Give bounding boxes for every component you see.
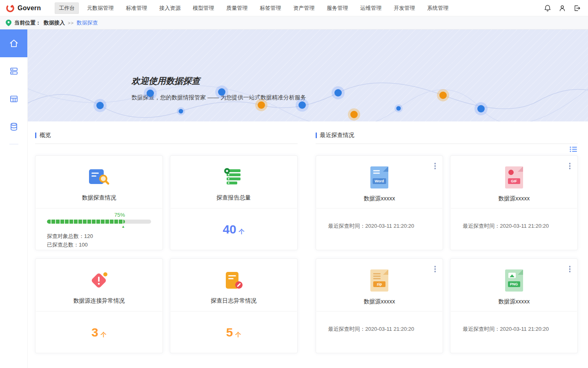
- card-probe-status[interactable]: 数据探查情况 75% ▲ 探查对象总数：120: [35, 155, 163, 250]
- nav-item-asset[interactable]: 资产管理: [289, 2, 318, 14]
- card-divider: [451, 208, 577, 209]
- sidebar: [0, 29, 28, 368]
- progress-percent-label: 75%: [47, 212, 125, 218]
- word-file-icon: Word: [370, 166, 388, 188]
- log-error-icon: [223, 271, 244, 290]
- nav-item-access-resource[interactable]: 接入资源: [155, 2, 185, 14]
- connection-error-value: 3: [91, 325, 98, 339]
- nav-item-metadata[interactable]: 元数据管理: [83, 2, 118, 14]
- bell-icon[interactable]: [544, 4, 551, 12]
- breadcrumb: 当前位置： 数据接入 >> 数据探查: [0, 16, 588, 29]
- logo-icon: [6, 4, 15, 13]
- sidebar-item-database[interactable]: [0, 113, 27, 141]
- nav-item-dev[interactable]: 开发管理: [390, 2, 419, 14]
- user-icon[interactable]: [559, 4, 566, 12]
- nav-item-tag[interactable]: 标签管理: [256, 2, 285, 14]
- png-file-icon: PNG: [505, 269, 523, 292]
- stat-probed-total: 已探查总数：100: [47, 240, 151, 249]
- main-menu: 工作台 元数据管理 标准管理 接入资源 模型管理 质量管理 标签管理 资产管理 …: [55, 2, 452, 14]
- overview-section-title: 概览: [40, 132, 51, 139]
- nav-item-service[interactable]: 服务管理: [323, 2, 352, 14]
- app-logo[interactable]: Govern: [6, 4, 41, 13]
- hero-banner: 欢迎使用数据探查 数据探查，您的数据情报管家 —— 为您提供一站式数据精准分析服…: [28, 29, 588, 121]
- nav-item-standard[interactable]: 标准管理: [122, 2, 151, 14]
- stat-total-objects: 探查对象总数：120: [47, 232, 151, 240]
- top-navigation: Govern 工作台 元数据管理 标准管理 接入资源 模型管理 质量管理 标签管…: [0, 0, 588, 16]
- nav-item-ops[interactable]: 运维管理: [356, 2, 385, 14]
- logout-icon[interactable]: [573, 4, 581, 12]
- progress-bar: [47, 220, 151, 224]
- progress-fill: [47, 220, 125, 224]
- last-probe-time: 最近探查时间：2020-03-11 21:20:20: [316, 325, 443, 333]
- sidebar-item-home[interactable]: [0, 29, 27, 57]
- card-divider: [451, 311, 577, 312]
- card-title: 数据源连接异常情况: [36, 297, 163, 305]
- datasource-name: 数据源xxxxx: [450, 195, 577, 202]
- breadcrumb-prefix: 当前位置：: [14, 19, 41, 27]
- list-view-icon: [570, 146, 577, 152]
- nav-item-model[interactable]: 模型管理: [189, 2, 218, 14]
- recent-section-title: 最近探查情况: [320, 132, 354, 139]
- recent-cards: Word 数据源xxxxx 最近探查时间：2020-03-11 21:20:20: [316, 155, 578, 353]
- last-probe-time: 最近探查时间：2020-03-11 21:20:20: [450, 325, 577, 333]
- breadcrumb-parent[interactable]: 数据接入: [44, 19, 65, 27]
- wave-decoration: [28, 29, 588, 121]
- sidebar-item-datasource[interactable]: [0, 57, 27, 85]
- connection-error-count: 3个: [91, 325, 107, 339]
- report-count-unit: 个: [239, 228, 245, 235]
- card-divider: [316, 208, 443, 209]
- sidebar-divider: [9, 144, 18, 144]
- main-area: 欢迎使用数据探查 数据探查，您的数据情报管家 —— 为您提供一站式数据精准分析服…: [28, 29, 588, 368]
- card-log-errors[interactable]: 探查日志异常情况 5个: [170, 258, 298, 353]
- file-type-label: zip: [373, 281, 385, 287]
- report-count: 40个: [223, 222, 244, 236]
- report-icon: [224, 168, 243, 187]
- card-title: 数据探查情况: [36, 194, 163, 202]
- file-type-label: PNG: [508, 281, 520, 287]
- recent-card-zip[interactable]: zip 数据源xxxxx 最近探查时间：2020-03-11 21:20:20: [316, 258, 443, 353]
- log-error-value: 5: [226, 325, 233, 339]
- nav-item-quality[interactable]: 质量管理: [222, 2, 252, 14]
- logo-text: Govern: [18, 4, 41, 12]
- sidebar-item-table[interactable]: [0, 85, 27, 113]
- more-menu-button[interactable]: [433, 265, 437, 274]
- zip-file-icon: zip: [370, 269, 388, 292]
- datasource-name: 数据源xxxxx: [316, 195, 443, 202]
- list-view-toggle-button[interactable]: [569, 146, 578, 154]
- file-type-label: Word: [372, 178, 386, 184]
- log-error-count: 5个: [226, 325, 241, 339]
- last-probe-time: 最近探查时间：2020-03-11 21:20:20: [316, 222, 443, 230]
- card-connection-errors[interactable]: 数据源连接异常情况 3个: [35, 258, 163, 353]
- recent-card-word[interactable]: Word 数据源xxxxx 最近探查时间：2020-03-11 21:20:20: [316, 155, 443, 250]
- database-icon: [9, 122, 19, 132]
- nav-item-system[interactable]: 系统管理: [423, 2, 452, 14]
- top-right-actions: [544, 4, 581, 12]
- progress-marker: ▲: [47, 224, 125, 229]
- location-pin-icon: [6, 20, 11, 26]
- datasource-name: 数据源xxxxx: [316, 298, 443, 305]
- recent-section: 最近探查情况: [316, 131, 578, 368]
- card-report-total[interactable]: 探查报告总量 40个: [170, 155, 298, 250]
- log-error-unit: 个: [235, 331, 241, 338]
- section-marker: [35, 132, 36, 138]
- alert-diamond-icon: [88, 270, 109, 291]
- server-list-icon: [9, 66, 19, 76]
- recent-card-png[interactable]: PNG 数据源xxxxx 最近探查时间：2020-03-11 21:20:20: [450, 258, 578, 353]
- section-marker: [316, 132, 317, 138]
- card-title: 探查报告总量: [170, 194, 297, 202]
- overview-cards: 数据探查情况 75% ▲ 探查对象总数：120: [35, 155, 298, 353]
- card-divider: [316, 311, 443, 312]
- report-count-value: 40: [223, 222, 236, 236]
- connection-error-unit: 个: [101, 331, 107, 338]
- probe-search-icon: [87, 168, 110, 187]
- datasource-name: 数据源xxxxx: [450, 298, 577, 305]
- more-menu-button[interactable]: [568, 265, 572, 274]
- more-menu-button[interactable]: [568, 162, 572, 171]
- more-menu-button[interactable]: [433, 162, 437, 171]
- table-icon: [9, 94, 19, 104]
- breadcrumb-current[interactable]: 数据探查: [77, 19, 98, 27]
- nav-item-workbench[interactable]: 工作台: [55, 2, 79, 14]
- recent-card-gif[interactable]: GIF 数据源xxxxx 最近探查时间：2020-03-11 21:20:20: [450, 155, 578, 250]
- last-probe-time: 最近探查时间：2020-03-11 21:20:20: [450, 222, 577, 230]
- home-icon: [9, 38, 19, 49]
